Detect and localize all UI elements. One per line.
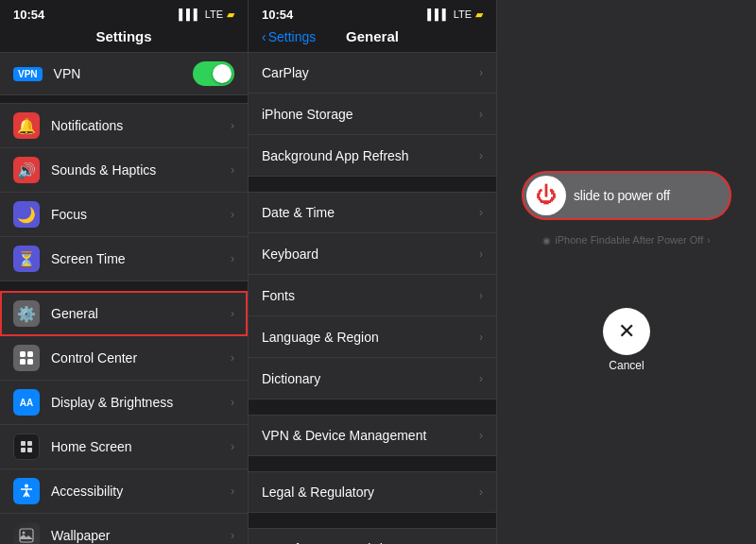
cancel-container: ✕ Cancel: [603, 289, 650, 372]
fonts-label: Fonts: [262, 288, 479, 303]
time-1: 10:54: [13, 8, 44, 22]
general-item-keyboard[interactable]: Keyboard ›: [249, 233, 496, 275]
divider-g1: [249, 184, 496, 192]
chevron-sounds: ›: [231, 163, 234, 177]
findable-label: iPhone Findable After Power Off: [555, 234, 703, 246]
divider-g4: [249, 520, 496, 528]
svg-rect-9: [20, 529, 33, 542]
chevron-background-refresh: ›: [479, 149, 483, 162]
settings-title: Settings: [0, 26, 248, 52]
svg-rect-5: [27, 441, 32, 446]
carplay-label: CarPlay: [262, 65, 479, 80]
settings-item-focus[interactable]: 🌙 Focus ›: [0, 193, 248, 237]
cancel-button[interactable]: ✕: [603, 308, 650, 355]
status-icons-2: ▌▌▌ LTE ▰: [427, 8, 483, 21]
settings-item-screentime[interactable]: ⏳ Screen Time ›: [0, 237, 248, 281]
section-group-1: 🔔 Notifications › 🔊 Sounds & Haptics › 🌙…: [0, 103, 248, 281]
settings-item-sounds[interactable]: 🔊 Sounds & Haptics ›: [0, 148, 248, 193]
chevron-keyboard: ›: [479, 247, 483, 261]
settings-item-controlcenter[interactable]: Control Center ›: [0, 336, 248, 381]
status-icons-1: ▌▌▌ LTE ▰: [179, 8, 234, 21]
general-group-1: CarPlay › iPhone Storage › Background Ap…: [249, 52, 496, 177]
chevron-carplay: ›: [479, 66, 483, 79]
svg-rect-2: [20, 359, 26, 365]
vpn-badge: VPN: [13, 67, 43, 81]
slide-to-poweroff-control[interactable]: ⏻ slide to power off: [523, 172, 730, 219]
settings-item-homescreen[interactable]: Home Screen ›: [0, 425, 248, 469]
findable-chevron: ›: [707, 235, 710, 246]
background-refresh-label: Background App Refresh: [262, 148, 479, 163]
sounds-label: Sounds & Haptics: [51, 162, 231, 178]
power-button[interactable]: ⏻: [526, 176, 566, 215]
vpn-row[interactable]: VPN VPN: [0, 52, 248, 95]
legal-label: Legal & Regulatory: [262, 484, 479, 500]
settings-list: 🔔 Notifications › 🔊 Sounds & Haptics › 🌙…: [0, 103, 248, 544]
general-item-carplay[interactable]: CarPlay ›: [249, 52, 496, 94]
screentime-label: Screen Time: [51, 251, 231, 266]
svg-rect-0: [20, 351, 26, 357]
settings-item-notifications[interactable]: 🔔 Notifications ›: [0, 103, 248, 148]
settings-panel: 10:54 ▌▌▌ LTE ▰ Settings VPN VPN 🔔 Notif…: [0, 0, 249, 544]
focus-icon: 🌙: [13, 201, 40, 228]
chevron-dictionary: ›: [479, 372, 483, 385]
vpn-toggle[interactable]: [193, 61, 234, 86]
dictionary-label: Dictionary: [262, 371, 479, 386]
chevron-display: ›: [231, 396, 234, 409]
general-item-iphone-storage[interactable]: iPhone Storage ›: [249, 94, 496, 135]
findable-container: ◉ iPhone Findable After Power Off ›: [542, 234, 710, 246]
svg-rect-1: [27, 351, 33, 357]
findable-icon: ◉: [542, 235, 551, 246]
accessibility-label: Accessibility: [51, 484, 231, 499]
settings-item-wallpaper[interactable]: Wallpaper ›: [0, 514, 248, 544]
general-item-legal[interactable]: Legal & Regulatory ›: [249, 471, 496, 513]
general-item-fonts[interactable]: Fonts ›: [249, 275, 496, 316]
general-item-language[interactable]: Language & Region ›: [249, 316, 496, 358]
slide-text: slide to power off: [574, 188, 670, 203]
display-icon: AA: [13, 389, 40, 416]
general-item-datetime[interactable]: Date & Time ›: [249, 192, 496, 233]
general-group-3: VPN & Device Management ›: [249, 415, 496, 456]
general-list: CarPlay › iPhone Storage › Background Ap…: [249, 52, 496, 544]
poweroff-panel: ⏻ slide to power off ◉ iPhone Findable A…: [497, 0, 756, 544]
settings-item-display[interactable]: AA Display & Brightness ›: [0, 381, 248, 425]
chevron-legal: ›: [479, 485, 483, 499]
general-label: General: [51, 306, 231, 321]
divider-g3: [249, 464, 496, 471]
wallpaper-label: Wallpaper: [51, 528, 231, 543]
general-item-vpn-management[interactable]: VPN & Device Management ›: [249, 415, 496, 456]
general-group-5: Transfer or Reset iPhone ›: [249, 528, 496, 544]
notifications-icon: 🔔: [13, 112, 40, 139]
settings-item-accessibility[interactable]: Accessibility ›: [0, 469, 248, 514]
chevron-notifications: ›: [231, 119, 234, 132]
notifications-label: Notifications: [51, 118, 231, 133]
lte-label-1: LTE: [205, 8, 223, 20]
svg-rect-6: [21, 448, 26, 452]
general-nav-header: ‹ Settings General: [249, 26, 496, 52]
wallpaper-icon: [13, 522, 40, 544]
settings-item-general[interactable]: ⚙️ General ›: [0, 291, 248, 336]
screentime-icon: ⏳: [13, 246, 40, 272]
divider-g2: [249, 407, 496, 415]
chevron-screentime: ›: [231, 252, 234, 265]
chevron-general: ›: [231, 307, 234, 320]
general-title: General: [346, 28, 399, 44]
general-item-dictionary[interactable]: Dictionary ›: [249, 358, 496, 400]
battery-icon-1: ▰: [227, 8, 234, 21]
chevron-controlcenter: ›: [231, 351, 234, 365]
signal-icon-1: ▌▌▌: [179, 8, 200, 20]
chevron-iphone-storage: ›: [479, 108, 483, 121]
iphone-storage-label: iPhone Storage: [262, 107, 479, 122]
general-icon: ⚙️: [13, 300, 40, 327]
chevron-vpn-management: ›: [479, 429, 483, 442]
svg-point-10: [23, 532, 26, 535]
back-button[interactable]: ‹ Settings: [262, 29, 316, 44]
general-item-transfer[interactable]: Transfer or Reset iPhone ›: [249, 528, 496, 544]
status-bar-1: 10:54 ▌▌▌ LTE ▰: [0, 0, 248, 26]
lte-label-2: LTE: [454, 8, 472, 20]
homescreen-label: Home Screen: [51, 439, 231, 454]
battery-icon-2: ▰: [475, 8, 483, 21]
accessibility-icon: [13, 478, 40, 504]
svg-rect-3: [27, 359, 33, 365]
general-item-background-refresh[interactable]: Background App Refresh ›: [249, 135, 496, 177]
chevron-language: ›: [479, 331, 483, 344]
